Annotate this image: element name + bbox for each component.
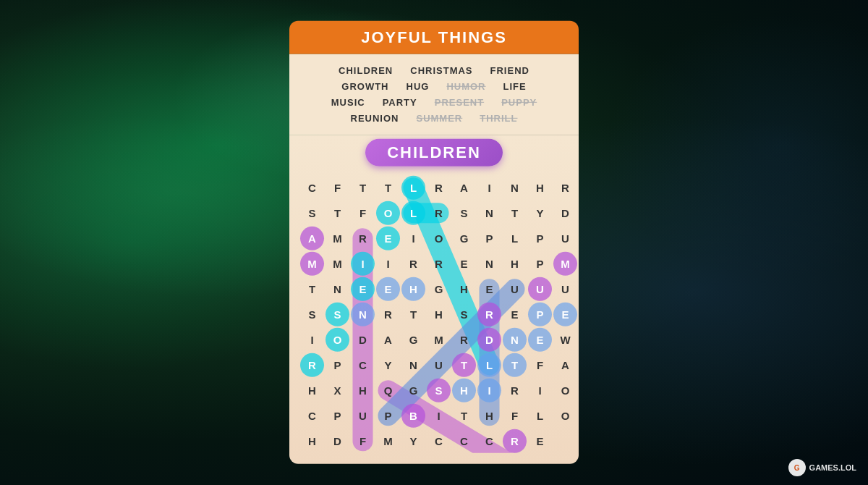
grid-cell[interactable]: U [351,404,375,428]
grid-cell[interactable]: F [503,404,527,428]
grid-cell[interactable]: T [503,353,527,377]
grid-cell[interactable]: I [477,379,501,402]
grid-cell[interactable]: S [452,303,476,326]
word-item[interactable]: FRIEND [490,63,529,79]
grid-cell[interactable]: T [326,201,349,225]
grid-cell[interactable]: B [401,404,425,428]
grid-cell[interactable]: H [503,252,527,276]
grid-cell[interactable]: R [427,176,451,200]
word-item[interactable]: HUG [407,79,430,95]
grid-cell[interactable]: A [452,176,476,200]
grid-cell[interactable]: F [351,429,375,453]
grid-cell[interactable]: N [401,353,425,377]
grid-cell[interactable]: U [553,277,577,301]
grid-cell[interactable]: G [427,277,451,301]
grid-cell[interactable]: I [401,227,425,250]
grid-cell[interactable]: S [300,303,324,326]
word-item[interactable]: LIFE [503,79,527,95]
grid-cell[interactable]: N [477,252,501,276]
grid-cell[interactable]: P [326,353,349,377]
grid-cell[interactable]: S [300,201,324,225]
grid-cell[interactable]: X [326,379,349,402]
grid-cell[interactable]: Q [376,379,400,402]
grid-cell[interactable]: P [477,227,501,250]
grid-cell[interactable]: G [401,328,425,352]
grid-cell[interactable]: E [376,227,400,250]
grid-cell[interactable]: R [553,176,577,200]
word-item[interactable]: PRESENT [435,95,484,111]
grid-cell[interactable]: C [300,176,324,200]
grid-cell[interactable]: H [477,404,501,428]
grid-cell[interactable]: M [553,252,577,276]
grid-cell[interactable]: R [401,252,425,276]
grid-cell[interactable]: S [427,379,451,402]
grid-cell[interactable]: U [427,353,451,377]
word-item[interactable]: MUSIC [331,95,365,111]
grid-cell[interactable]: N [477,201,501,225]
grid-cell[interactable]: R [427,201,451,225]
grid-cell[interactable]: I [427,404,451,428]
grid-cell[interactable]: C [300,404,324,428]
grid-cell[interactable]: O [427,227,451,250]
word-item[interactable]: HUMOR [446,79,485,95]
grid-cell[interactable]: R [427,252,451,276]
grid-cell[interactable]: M [326,227,349,250]
grid-cell[interactable]: H [300,429,324,453]
grid-cell[interactable]: N [351,303,375,326]
grid-cell[interactable]: T [300,277,324,301]
grid-cell[interactable]: I [376,252,400,276]
grid-cell[interactable]: F [351,201,375,225]
grid-cell[interactable]: N [326,277,349,301]
grid-cell[interactable]: U [528,277,552,301]
grid-cell[interactable]: G [401,379,425,402]
grid-cell[interactable]: C [452,429,476,453]
grid-cell[interactable]: I [300,328,324,352]
grid-cell[interactable]: I [351,252,375,276]
word-item[interactable]: CHRISTMAS [410,63,472,79]
grid-cell[interactable]: R [503,429,527,453]
grid-cell[interactable]: R [351,227,375,250]
word-item[interactable]: PUPPY [501,95,537,111]
grid-cell[interactable]: U [553,227,577,250]
grid-cell[interactable]: L [503,227,527,250]
word-item[interactable]: PARTY [383,95,417,111]
grid-cell[interactable]: E [503,303,527,326]
word-item[interactable]: GROWTH [341,79,388,95]
word-item[interactable]: SUMMER [416,111,462,127]
grid-cell[interactable]: F [528,353,552,377]
grid-cell[interactable]: D [326,429,349,453]
grid-cell[interactable]: D [477,328,501,352]
word-item[interactable]: THRILL [480,111,517,127]
grid-cell[interactable]: S [452,201,476,225]
grid-cell[interactable]: M [427,328,451,352]
grid-cell[interactable]: Y [376,353,400,377]
grid-cell[interactable]: T [452,404,476,428]
grid-cell[interactable]: H [427,303,451,326]
grid-cell[interactable]: D [553,201,577,225]
grid-cell[interactable]: O [326,328,349,352]
grid-cell[interactable]: R [503,379,527,402]
grid-cell[interactable]: H [401,277,425,301]
grid-cell[interactable]: A [300,227,324,250]
grid-cell[interactable]: I [477,176,501,200]
grid-cell[interactable]: T [401,303,425,326]
grid-cell[interactable]: C [427,429,451,453]
grid-cell[interactable]: T [503,201,527,225]
grid-cell[interactable]: E [351,277,375,301]
grid-cell[interactable]: O [553,379,577,402]
grid-cell[interactable]: L [401,176,425,200]
grid-cell[interactable]: H [351,379,375,402]
grid-cell[interactable]: I [528,379,552,402]
grid-cell[interactable]: C [477,429,501,453]
grid-cell[interactable]: W [553,328,577,352]
grid-cell[interactable]: E [528,328,552,352]
grid-cell[interactable]: R [452,328,476,352]
grid-cell[interactable]: T [376,176,400,200]
grid-cell[interactable]: G [452,227,476,250]
grid-cell[interactable]: U [503,277,527,301]
grid-cell[interactable]: P [528,252,552,276]
grid-cell[interactable]: E [528,429,552,453]
grid-cell[interactable]: M [326,252,349,276]
grid-cell[interactable]: L [401,201,425,225]
grid-cell[interactable]: P [528,227,552,250]
